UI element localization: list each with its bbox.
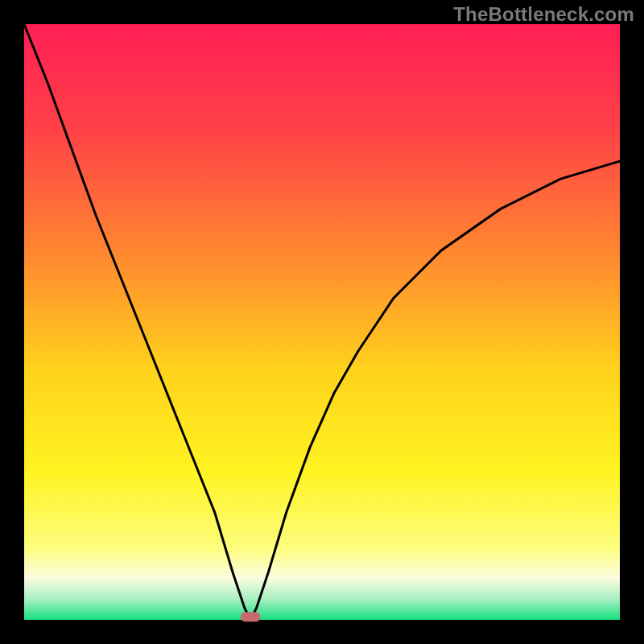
- min-marker: [241, 612, 260, 621]
- watermark-label: TheBottleneck.com: [453, 3, 634, 26]
- bottleneck-plot: [0, 0, 644, 644]
- chart-frame: TheBottleneck.com: [0, 0, 644, 644]
- plot-background: [24, 24, 620, 620]
